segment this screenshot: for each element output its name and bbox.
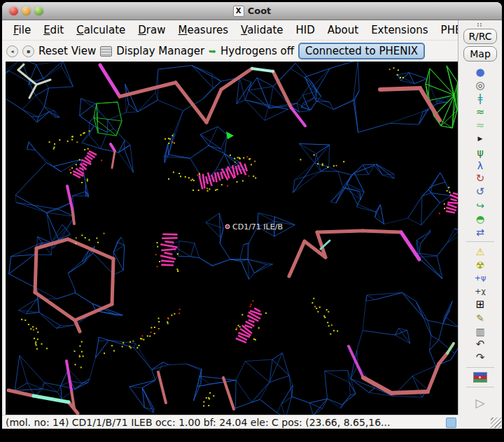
auto-fit-rotamer-icon[interactable]: ≈ <box>472 119 488 132</box>
menu-item-extensions[interactable]: Extensions <box>365 22 433 38</box>
menu-item-file[interactable]: File <box>8 22 36 38</box>
menu-item-hid[interactable]: HID <box>290 22 321 38</box>
view-sphere-icon[interactable]: ● <box>472 66 488 79</box>
atom-label: CD1/71 ILE/B <box>232 222 283 231</box>
main-toolbar: ◂ ▪ Reset View Display Manager ➥ Hydroge… <box>2 40 458 62</box>
expand-toolbar-icon[interactable]: ▶ <box>472 132 488 145</box>
undo-icon[interactable]: ↶ <box>472 338 488 351</box>
refine-anchor-icon[interactable]: ǂ <box>472 92 488 106</box>
phenix-connection-button[interactable]: Connected to PHENIX <box>298 43 425 59</box>
status-text: (mol. no: 14) CD1/1/B/71 ILEB occ: 1.00 … <box>6 417 390 428</box>
flip-peptide-icon[interactable]: ↪ <box>472 199 488 212</box>
add-terminal-residue-icon[interactable]: ⚠ <box>472 245 488 258</box>
menu-item-calculate[interactable]: Calculate <box>71 22 131 38</box>
rotate-translate-icon[interactable]: ↻ <box>472 172 488 185</box>
water-dots <box>21 67 404 406</box>
status-bar: (mol. no: 14) CD1/1/B/71 ILEB occ: 1.00 … <box>2 415 458 429</box>
redo-icon[interactable]: ↷ <box>472 351 488 364</box>
model-sticks <box>8 64 454 413</box>
drag-handle-icon[interactable] <box>477 23 484 27</box>
density-mesh <box>6 62 458 415</box>
menu-item-validate[interactable]: Validate <box>235 22 288 38</box>
window-title: Coot <box>248 6 272 16</box>
add-residue-box-icon[interactable]: ⊞ <box>472 298 488 311</box>
rrc-button[interactable]: R/RC <box>463 29 497 44</box>
place-atom-icon[interactable]: +χ <box>472 285 488 298</box>
separator <box>466 387 494 387</box>
add-alt-conf-icon[interactable]: +ψ <box>472 271 488 285</box>
hydrogens-toggle-button[interactable]: Hydrogens off <box>220 45 294 57</box>
delete-item-icon[interactable]: ▥ <box>472 325 488 338</box>
brush-clean-icon[interactable]: ✎ <box>472 311 488 325</box>
nav-arrow-button[interactable]: ◂ <box>6 45 18 57</box>
reset-view-button[interactable]: Reset View <box>38 45 96 57</box>
gl-canvas[interactable]: CD1/71 ILE/B <box>6 62 458 415</box>
rotamers-icon[interactable]: ψ <box>472 145 488 159</box>
flag-icon[interactable] <box>472 371 488 384</box>
edit-chi-angles-icon[interactable]: λ <box>472 159 488 172</box>
right-sidebar: R/RC Map ●◎ǂ≈≈▶ψλ↻↺↪◓⇄⚠☢+ψ+χ⊞✎▥↶↷ ▷ <box>458 20 502 429</box>
menu-item-measures[interactable]: Measures <box>172 22 234 38</box>
coot-window: X Coot FileEditCalculateDrawMeasuresVali… <box>2 2 502 429</box>
menu-item-draw[interactable]: Draw <box>132 22 171 38</box>
clash-fan-markers <box>69 148 458 343</box>
scrollbar-thumb[interactable] <box>446 418 456 428</box>
menu-item-about[interactable]: About <box>322 22 364 38</box>
mutate-residue-icon[interactable]: ☢ <box>472 258 488 271</box>
separator <box>466 367 494 368</box>
menu-item-edit[interactable]: Edit <box>38 22 69 38</box>
sphere-rotate-icon[interactable]: ↺ <box>472 185 488 199</box>
hydrogens-icon: ➥ <box>209 46 216 57</box>
recentre-target-icon[interactable]: ◎ <box>472 79 488 92</box>
side-chain-flip-icon[interactable]: ◓ <box>472 212 488 225</box>
atom-label-group: CD1/71 ILE/B <box>225 222 283 231</box>
jiggle-fit-icon[interactable]: ⇄ <box>472 225 488 238</box>
separator <box>466 241 494 242</box>
map-button[interactable]: Map <box>463 46 497 62</box>
regularize-zone-icon[interactable]: ≈ <box>472 106 488 119</box>
title-bar[interactable]: X Coot <box>2 2 502 20</box>
window-title-wrap: X Coot <box>2 2 502 20</box>
x11-app-icon: X <box>233 6 244 17</box>
resize-grip[interactable] <box>491 418 501 428</box>
display-manager-icon <box>100 46 112 57</box>
menu-bar: FileEditCalculateDrawMeasuresValidateHID… <box>2 20 458 40</box>
nav-target-button[interactable]: ▪ <box>22 45 34 57</box>
play-outline-icon[interactable]: ▷ <box>475 396 484 410</box>
display-manager-button[interactable]: Display Manager <box>116 45 204 57</box>
